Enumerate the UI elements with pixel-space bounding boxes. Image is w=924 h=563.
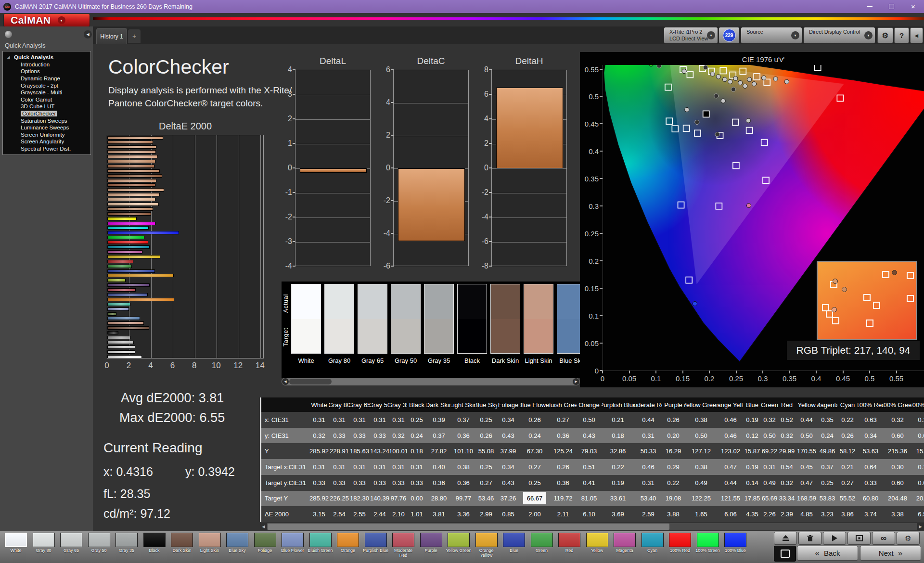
patch-chip-blue[interactable] xyxy=(503,533,525,547)
table-cell[interactable]: 0.32 xyxy=(778,475,796,491)
table-cell[interactable]: 0.31 xyxy=(349,412,370,428)
table-cell[interactable]: 0.36 xyxy=(451,428,475,444)
table-cell[interactable]: 0.22 xyxy=(602,459,634,475)
table-cell[interactable]: 182.30 xyxy=(349,491,370,507)
table-cell[interactable]: 0.25 xyxy=(475,412,497,428)
table-cell[interactable]: 0.33 xyxy=(309,475,329,491)
table-cell[interactable]: 0.30 xyxy=(884,459,911,475)
table-cell[interactable]: 123.02 xyxy=(718,443,743,459)
table-cell[interactable]: 0.45 xyxy=(796,459,817,475)
table-cell[interactable]: 0.25 xyxy=(817,475,837,491)
table-cell[interactable]: 32.86 xyxy=(602,443,634,459)
table-cell[interactable]: 0.04 xyxy=(911,428,924,444)
sidebar-item-quick-analysis[interactable]: ◢Quick Analysis xyxy=(3,54,90,61)
table-cell[interactable]: 50.33 xyxy=(634,443,662,459)
patch-chip-yellow[interactable] xyxy=(586,533,608,547)
table-cell[interactable]: 0.29 xyxy=(662,459,684,475)
table-cell[interactable]: 101.10 xyxy=(451,443,475,459)
table-cell[interactable]: 0.33 xyxy=(407,475,426,491)
table-cell[interactable]: 2.54 xyxy=(329,506,349,522)
table-cell[interactable]: 19.08 xyxy=(662,491,684,507)
table-cell[interactable]: 0.60 xyxy=(884,428,911,444)
table-cell[interactable]: 170.55 xyxy=(796,443,817,459)
patch-chip-gray-65[interactable] xyxy=(60,533,82,547)
table-cell[interactable]: 0.46 xyxy=(634,459,662,475)
table-cell[interactable]: 0.33 xyxy=(370,475,390,491)
table-cell[interactable]: 0.33 xyxy=(349,428,370,444)
table-cell[interactable]: 143.24 xyxy=(370,443,390,459)
table-cell[interactable]: 0.14 xyxy=(743,475,761,491)
table-cell[interactable]: 27.82 xyxy=(426,443,451,459)
patch-chip-orange[interactable] xyxy=(337,533,359,547)
table-cell[interactable]: 0.46 xyxy=(718,412,743,428)
table-cell[interactable]: 0.36 xyxy=(550,428,577,444)
swatch-scrollbar-thumb[interactable] xyxy=(289,379,332,384)
patch-chip-orange-yellow[interactable] xyxy=(475,533,498,547)
sidebar-item-color-gamut[interactable]: Color Gamut xyxy=(3,96,90,103)
table-cell[interactable]: 0.46 xyxy=(718,428,743,444)
table-cell[interactable]: 0.41 xyxy=(577,475,602,491)
table-cell[interactable]: 168.59 xyxy=(796,491,817,507)
table-cell[interactable]: 0.15 xyxy=(911,459,924,475)
table-cell[interactable]: 33.34 xyxy=(778,491,796,507)
table-cell[interactable]: 0.18 xyxy=(407,443,426,459)
table-scrollbar[interactable]: ◀ ▶ xyxy=(260,523,924,530)
table-cell[interactable]: 0.27 xyxy=(550,412,577,428)
table-cell[interactable]: 0.64 xyxy=(858,459,884,475)
table-cell[interactable]: 0.50 xyxy=(796,428,817,444)
swatch-gray-35[interactable] xyxy=(424,284,454,354)
table-cell[interactable]: 4.85 xyxy=(796,506,817,522)
table-cell[interactable]: 0.26 xyxy=(662,412,684,428)
collapse-panel-button[interactable]: ◀ xyxy=(910,27,923,43)
table-cell[interactable]: 285.92 xyxy=(309,443,329,459)
table-cell[interactable]: 0.33 xyxy=(329,475,349,491)
table-cell[interactable]: 6.55 xyxy=(911,506,924,522)
table-cell[interactable]: 0.18 xyxy=(602,428,634,444)
table-cell[interactable]: 3.38 xyxy=(884,506,911,522)
table-cell[interactable]: 0.32 xyxy=(778,428,796,444)
patch-chip-100-red[interactable] xyxy=(669,533,691,547)
table-cell[interactable]: 55.08 xyxy=(475,443,497,459)
table-cell[interactable]: 0.22 xyxy=(662,475,684,491)
table-cell[interactable]: 0.38 xyxy=(684,412,718,428)
table-cell[interactable]: 0.31 xyxy=(370,412,390,428)
table-cell[interactable]: 3.23 xyxy=(817,506,837,522)
table-cell[interactable]: 53.46 xyxy=(475,491,497,507)
patch-chip-gray-50[interactable] xyxy=(88,533,110,547)
sidebar-item-introduction[interactable]: Introduction xyxy=(3,61,90,68)
calman-logo-menu[interactable]: CalMAN ▼ xyxy=(4,14,90,26)
table-cell[interactable]: 16.29 xyxy=(662,443,684,459)
swatch-black[interactable] xyxy=(457,284,487,354)
table-cell[interactable]: 2.26 xyxy=(761,506,778,522)
patch-chip-black[interactable] xyxy=(143,533,166,547)
target-window-button[interactable] xyxy=(847,532,871,545)
table-cell[interactable]: 0.35 xyxy=(817,412,837,428)
table-cell[interactable]: 53.83 xyxy=(817,491,837,507)
table-cell[interactable]: 0.27 xyxy=(837,475,858,491)
minimize-button[interactable] xyxy=(859,0,881,13)
table-cell[interactable]: 0.26 xyxy=(475,428,497,444)
table-cell[interactable]: 0.19 xyxy=(602,475,634,491)
workflow-indicator-icon[interactable] xyxy=(5,31,12,38)
table-cell[interactable]: 0.36 xyxy=(451,475,475,491)
table-cell[interactable]: 81.05 xyxy=(577,491,602,507)
patch-chip-blue-flower[interactable] xyxy=(282,533,304,547)
patch-chip-red[interactable] xyxy=(558,533,580,547)
scroll-left-icon[interactable]: ◀ xyxy=(282,378,289,385)
sidebar-item-saturation-sweeps[interactable]: Saturation Sweeps xyxy=(3,117,90,124)
table-cell[interactable]: 285.92 xyxy=(309,491,329,507)
table-cell[interactable]: 67.30 xyxy=(520,443,550,459)
table-cell[interactable]: 0.22 xyxy=(837,412,858,428)
table-cell[interactable]: 0.31 xyxy=(370,459,390,475)
patch-chip-moderate-red[interactable] xyxy=(392,533,414,547)
table-cell[interactable]: 0.36 xyxy=(550,475,577,491)
table-cell[interactable]: 0.32 xyxy=(390,428,407,444)
table-cell[interactable]: 185.63 xyxy=(349,443,370,459)
patch-chip-green[interactable] xyxy=(531,533,553,547)
patch-chip-white[interactable] xyxy=(5,533,27,547)
table-cell[interactable]: 0.37 xyxy=(451,412,475,428)
table-cell[interactable]: 0.34 xyxy=(497,459,520,475)
table-cell[interactable]: 0.43 xyxy=(497,475,520,491)
swatch-scrollbar[interactable]: ◀ ▶ xyxy=(282,378,580,385)
table-cell[interactable]: 0.85 xyxy=(497,506,520,522)
